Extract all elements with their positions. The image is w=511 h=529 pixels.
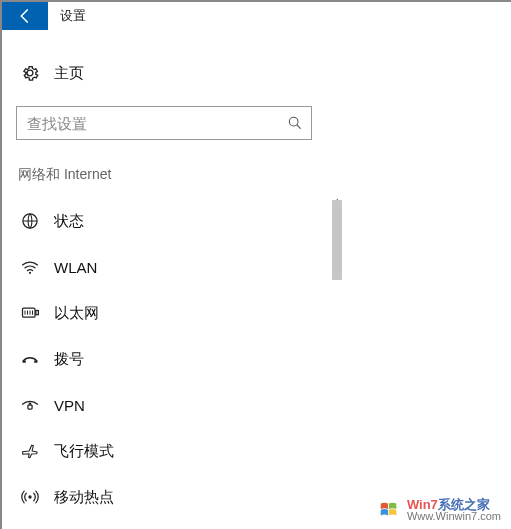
nav-home[interactable]: 主页 xyxy=(20,54,497,92)
vpn-icon xyxy=(20,395,40,415)
svg-rect-6 xyxy=(23,360,26,363)
nav-item-dialup[interactable]: 拨号 xyxy=(16,336,322,382)
search-icon xyxy=(287,115,303,131)
watermark: Win7系统之家 Www.Winwin7.com xyxy=(377,498,501,523)
nav-item-airplane[interactable]: 飞行模式 xyxy=(16,428,322,474)
search-input[interactable] xyxy=(25,114,287,133)
dialup-icon xyxy=(20,349,40,369)
svg-point-3 xyxy=(29,272,31,274)
titlebar: 设置 xyxy=(2,2,511,30)
windows-logo-icon xyxy=(377,499,401,521)
nav-item-label: WLAN xyxy=(54,259,97,276)
nav-item-status[interactable]: 状态 xyxy=(16,198,322,244)
window-title: 设置 xyxy=(48,2,86,30)
scrollbar-thumb[interactable] xyxy=(332,200,342,280)
nav-item-ethernet[interactable]: 以太网 xyxy=(16,290,322,336)
nav-item-vpn[interactable]: VPN xyxy=(16,382,322,428)
ethernet-icon xyxy=(20,303,40,323)
svg-rect-7 xyxy=(34,360,37,363)
nav-item-label: 状态 xyxy=(54,212,84,231)
nav-menu: 状态 WLAN 以太网 拨号 xyxy=(16,198,322,520)
svg-rect-8 xyxy=(28,405,32,409)
arrow-left-icon xyxy=(16,7,34,25)
section-header: 网络和 Internet xyxy=(18,166,497,184)
globe-icon xyxy=(20,211,40,231)
menu-scroll-area: ▴ 状态 WLAN 以太网 xyxy=(16,198,497,529)
back-button[interactable] xyxy=(2,2,48,30)
search-box[interactable] xyxy=(16,106,312,140)
watermark-url: Www.Winwin7.com xyxy=(407,511,501,523)
svg-point-9 xyxy=(28,495,31,498)
nav-item-label: 飞行模式 xyxy=(54,442,114,461)
nav-item-label: 以太网 xyxy=(54,304,99,323)
svg-rect-4 xyxy=(23,308,36,317)
nav-item-label: 移动热点 xyxy=(54,488,114,507)
hotspot-icon xyxy=(20,487,40,507)
svg-rect-5 xyxy=(36,311,39,315)
nav-item-hotspot[interactable]: 移动热点 xyxy=(16,474,322,520)
wifi-icon xyxy=(20,257,40,277)
svg-line-1 xyxy=(297,125,300,128)
gear-icon xyxy=(20,63,40,83)
airplane-icon xyxy=(20,441,40,461)
nav-item-label: 拨号 xyxy=(54,350,84,369)
nav-item-wlan[interactable]: WLAN xyxy=(16,244,322,290)
nav-item-label: VPN xyxy=(54,397,85,414)
nav-home-label: 主页 xyxy=(54,64,84,83)
